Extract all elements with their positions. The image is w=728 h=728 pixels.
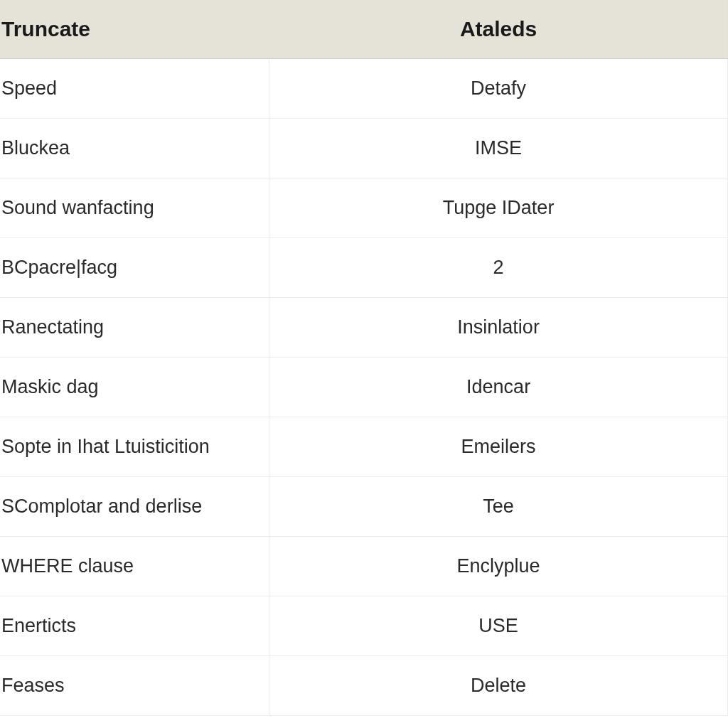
cell-col2: Emeilers: [269, 417, 728, 477]
cell-col1: Speed: [0, 59, 269, 119]
cell-col1: Sopte in Ihat Ltuisticition: [0, 417, 269, 477]
cell-col2: Tee: [269, 477, 728, 537]
cell-col2: Delete: [269, 656, 728, 716]
table-row[interactable]: WHERE clause Enclyplue: [0, 537, 728, 596]
data-table: Truncate Ataleds Speed Detafy Bluckea IM…: [0, 0, 728, 716]
cell-col1: Enerticts: [0, 596, 269, 656]
table-row[interactable]: SComplotar and derlise Tee: [0, 477, 728, 537]
table-body: Speed Detafy Bluckea IMSE Sound wanfacti…: [0, 59, 728, 716]
table-row[interactable]: BCpacre|facg 2: [0, 238, 728, 298]
cell-col2: USE: [269, 596, 728, 656]
cell-col1: WHERE clause: [0, 537, 269, 596]
cell-col1: SComplotar and derlise: [0, 477, 269, 537]
table-row[interactable]: Speed Detafy: [0, 59, 728, 119]
table-row[interactable]: Feases Delete: [0, 656, 728, 716]
table-row[interactable]: Maskic dag Idencar: [0, 358, 728, 417]
cell-col1: Sound wanfacting: [0, 178, 269, 238]
cell-col2: Idencar: [269, 358, 728, 417]
cell-col1: Bluckea: [0, 119, 269, 178]
table-row[interactable]: Sopte in Ihat Ltuisticition Emeilers: [0, 417, 728, 477]
cell-col2: Detafy: [269, 59, 728, 119]
cell-col1: Feases: [0, 656, 269, 716]
cell-col2: Enclyplue: [269, 537, 728, 596]
table-row[interactable]: Ranectating Insinlatior: [0, 298, 728, 358]
cell-col1: Maskic dag: [0, 358, 269, 417]
cell-col1: Ranectating: [0, 298, 269, 358]
cell-col2: Insinlatior: [269, 298, 728, 358]
table-row[interactable]: Sound wanfacting Tupge IDater: [0, 178, 728, 238]
table-row[interactable]: Enerticts USE: [0, 596, 728, 656]
table-row[interactable]: Bluckea IMSE: [0, 119, 728, 178]
column-header-truncate[interactable]: Truncate: [0, 0, 269, 59]
table-header-row: Truncate Ataleds: [0, 0, 728, 59]
cell-col1: BCpacre|facg: [0, 238, 269, 298]
cell-col2: IMSE: [269, 119, 728, 178]
cell-col2: Tupge IDater: [269, 178, 728, 238]
cell-col2: 2: [269, 238, 728, 298]
column-header-ataleds[interactable]: Ataleds: [269, 0, 728, 59]
